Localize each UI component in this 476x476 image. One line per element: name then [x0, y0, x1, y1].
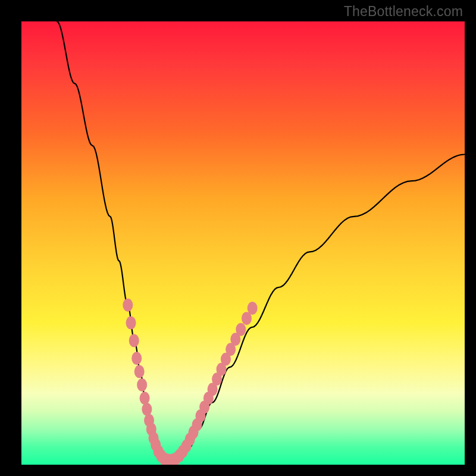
bead [236, 323, 246, 336]
bead-group [123, 299, 257, 465]
bead [140, 392, 150, 405]
bottleneck-curve [57, 21, 465, 461]
bead [142, 403, 152, 416]
bead [129, 334, 139, 347]
bead [134, 365, 145, 378]
bottleneck-curve-svg [21, 21, 465, 465]
watermark-text: TheBottleneck.com [344, 4, 463, 20]
bead [248, 302, 258, 315]
plot-area [21, 21, 465, 465]
bead [123, 299, 133, 312]
bead [126, 317, 136, 330]
chart-frame: TheBottleneck.com [0, 0, 476, 476]
bead [137, 378, 147, 392]
bead [131, 352, 142, 365]
